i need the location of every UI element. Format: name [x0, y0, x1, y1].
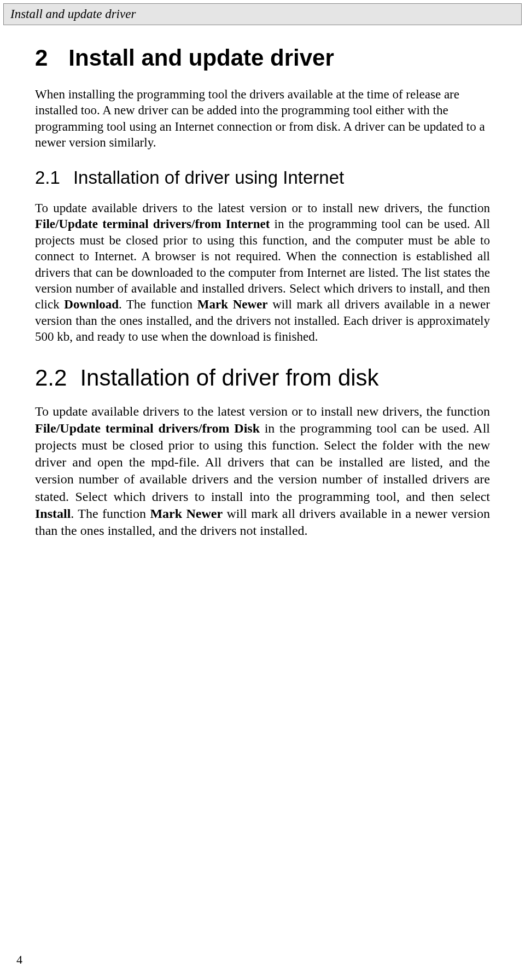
chapter-number: 2 [35, 45, 48, 71]
text-run: . The function [71, 506, 150, 521]
text-run: . The function [119, 298, 197, 311]
section-title: Installation of driver using Internet [73, 167, 344, 188]
section-2-2-body: To update available drivers to the lates… [35, 403, 490, 540]
chapter-title: Install and update driver [68, 45, 334, 71]
text-run: To update available drivers to the lates… [35, 404, 490, 418]
page-number: 4 [16, 953, 22, 967]
section-title: Installation of driver from disk [80, 365, 378, 391]
section-number: 2.2 [35, 365, 67, 391]
bold-text: Install [35, 506, 71, 521]
header-title: Install and update driver [10, 7, 136, 21]
intro-paragraph: When installing the programming tool the… [35, 86, 490, 151]
section-2-1-body: To update available drivers to the lates… [35, 200, 490, 345]
bold-text: Download [64, 298, 119, 311]
section-heading-2-2: 2.2 Installation of driver from disk [35, 365, 490, 391]
page-content: 2 Install and update driver When install… [0, 25, 525, 539]
bold-text: File/Update terminal drivers/from Intern… [35, 217, 270, 231]
text-run: To update available drivers to the lates… [35, 201, 490, 215]
section-number: 2.1 [35, 167, 60, 188]
chapter-heading: 2 Install and update driver [35, 45, 490, 71]
section-heading-2-1: 2.1 Installation of driver using Interne… [35, 167, 490, 188]
bold-text: Mark Newer [197, 298, 268, 311]
bold-text: File/Update terminal drivers/from Disk [35, 421, 260, 435]
bold-text: Mark Newer [150, 506, 223, 521]
page-header: Install and update driver [3, 3, 522, 25]
